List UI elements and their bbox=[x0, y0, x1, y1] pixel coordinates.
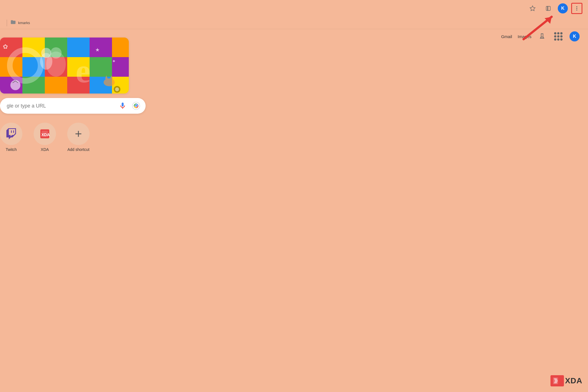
svg-point-35 bbox=[41, 48, 51, 58]
svg-rect-12 bbox=[90, 38, 112, 57]
svg-rect-1 bbox=[546, 6, 550, 11]
xda-shortcut[interactable]: XDA XDA bbox=[34, 123, 56, 152]
svg-point-28 bbox=[50, 47, 62, 59]
svg-point-40 bbox=[115, 87, 119, 91]
search-input[interactable] bbox=[7, 103, 114, 109]
tab-strip-btn[interactable] bbox=[542, 2, 554, 15]
xda-label: XDA bbox=[41, 147, 49, 152]
google-profile-btn[interactable]: K bbox=[570, 31, 580, 41]
svg-marker-0 bbox=[530, 6, 535, 11]
svg-point-30 bbox=[10, 80, 20, 90]
search-bar[interactable] bbox=[0, 98, 146, 114]
svg-rect-2 bbox=[547, 6, 548, 11]
xda-shortcut-circle: XDA bbox=[34, 123, 56, 145]
chrome-toolbar: K bbox=[0, 0, 588, 17]
bookmark-folder-icon[interactable] bbox=[10, 19, 16, 26]
svg-point-4 bbox=[576, 8, 577, 9]
add-shortcut-circle bbox=[67, 123, 90, 145]
menu-button[interactable] bbox=[571, 3, 582, 14]
labs-icon[interactable] bbox=[537, 31, 547, 41]
svg-point-3 bbox=[576, 6, 577, 7]
svg-text:✦: ✦ bbox=[112, 59, 116, 64]
bookmarks-text[interactable]: kmarks bbox=[18, 21, 30, 25]
new-tab-content: e ✿ ★ ✦ bbox=[0, 29, 588, 152]
svg-point-42 bbox=[135, 105, 137, 107]
svg-point-5 bbox=[576, 10, 577, 10]
svg-text:★: ★ bbox=[95, 47, 100, 53]
xda-watermark-text: XDA bbox=[565, 376, 582, 385]
apps-grid-icon bbox=[554, 32, 563, 41]
svg-text:e: e bbox=[76, 52, 90, 90]
svg-rect-22 bbox=[45, 77, 67, 94]
bookmark-separator bbox=[7, 20, 7, 26]
profile-avatar-btn[interactable]: K bbox=[558, 3, 568, 13]
xda-logo-icon bbox=[550, 375, 564, 386]
lens-button[interactable] bbox=[131, 101, 141, 111]
apps-button[interactable] bbox=[553, 31, 564, 42]
twitch-label: Twitch bbox=[6, 147, 17, 152]
twitch-shortcut-circle bbox=[0, 123, 22, 145]
svg-rect-18 bbox=[90, 57, 112, 77]
gmail-link[interactable]: Gmail bbox=[501, 34, 512, 39]
twitch-shortcut[interactable]: Twitch bbox=[0, 123, 22, 152]
google-header-links: Gmail Images K bbox=[501, 31, 580, 42]
bookmark-star-btn[interactable] bbox=[526, 2, 539, 15]
add-shortcut[interactable]: Add shortcut bbox=[67, 123, 90, 152]
svg-rect-13 bbox=[112, 38, 129, 57]
add-shortcut-label: Add shortcut bbox=[67, 147, 90, 152]
svg-text:XDA: XDA bbox=[41, 132, 50, 137]
bookmark-bar: kmarks bbox=[0, 17, 588, 29]
images-link[interactable]: Images bbox=[518, 34, 531, 39]
xda-watermark: XDA bbox=[550, 375, 582, 386]
shortcuts-row: Twitch XDA XDA Add shortcut bbox=[0, 123, 90, 152]
google-doodle[interactable]: e ✿ ★ ✦ bbox=[0, 38, 129, 94]
mic-button[interactable] bbox=[118, 101, 128, 111]
svg-point-36 bbox=[104, 78, 115, 86]
doodle-image: e ✿ ★ ✦ bbox=[0, 38, 129, 94]
svg-text:✿: ✿ bbox=[3, 43, 8, 50]
